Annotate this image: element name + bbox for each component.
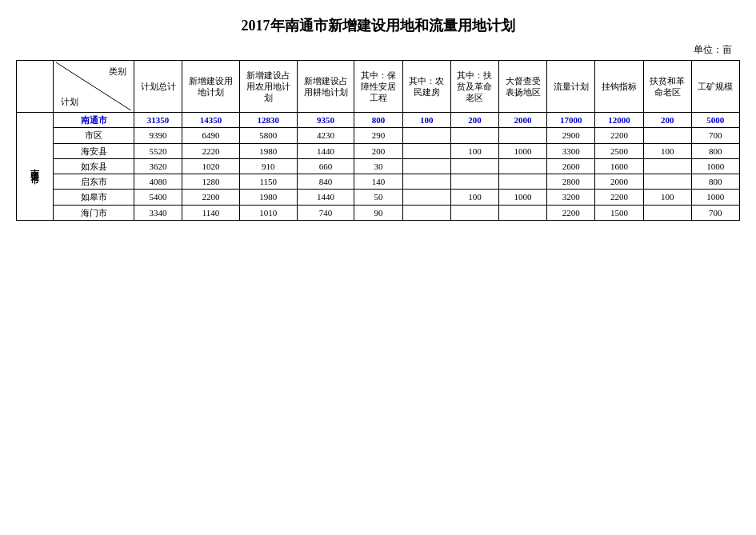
region-label-header <box>17 61 54 113</box>
data-cell: 14350 <box>182 113 240 128</box>
table-row: 市区939064905800423029029002200700 <box>17 128 740 143</box>
data-cell: 2200 <box>547 205 595 220</box>
data-cell: 2800 <box>547 174 595 190</box>
header-col-11: 工矿规模 <box>691 61 739 113</box>
data-cell: 1440 <box>297 143 354 158</box>
data-cell: 31350 <box>134 113 182 128</box>
header-col-1: 新增建设用地计划 <box>182 61 240 113</box>
data-cell <box>402 143 450 158</box>
data-cell <box>402 158 450 174</box>
data-cell: 200 <box>450 113 498 128</box>
subregion-label-header: 类别 计划 <box>54 61 134 113</box>
data-cell: 700 <box>691 128 739 143</box>
data-cell <box>643 205 691 220</box>
header-col-3: 新增建设占用耕地计划 <box>297 61 354 113</box>
data-cell: 1500 <box>595 205 643 220</box>
data-cell <box>643 174 691 190</box>
data-cell: 100 <box>402 113 450 128</box>
data-cell: 1600 <box>595 158 643 174</box>
unit-label: 单位：亩 <box>16 43 740 57</box>
table-row: 如东县3620102091066030260016001000 <box>17 158 740 174</box>
region-cell: 南通市 <box>17 113 54 221</box>
data-cell: 3300 <box>547 143 595 158</box>
data-cell: 2200 <box>182 190 240 205</box>
data-cell <box>498 205 546 220</box>
subregion-name: 海门市 <box>54 205 134 220</box>
header-row: 类别 计划 计划总计 新增建设用地计划 新增建设占用农用地计划 新增建设占用耕地… <box>17 61 740 113</box>
data-cell <box>402 205 450 220</box>
data-cell: 4080 <box>134 174 182 190</box>
subregion-name: 如皋市 <box>54 190 134 205</box>
data-cell: 50 <box>354 190 402 205</box>
data-cell: 12830 <box>239 113 297 128</box>
data-cell: 6490 <box>182 128 240 143</box>
data-cell: 2200 <box>595 190 643 205</box>
data-cell <box>450 205 498 220</box>
diagonal-bottom: 计划 <box>61 96 78 107</box>
data-cell: 1010 <box>239 205 297 220</box>
data-cell <box>643 158 691 174</box>
subregion-name: 如东县 <box>54 158 134 174</box>
data-cell <box>498 174 546 190</box>
data-cell: 100 <box>450 190 498 205</box>
data-cell: 2220 <box>182 143 240 158</box>
data-cell: 700 <box>691 205 739 220</box>
data-cell: 3200 <box>547 190 595 205</box>
table-row: 启东市40801280115084014028002000800 <box>17 174 740 190</box>
header-col-9: 挂钩指标 <box>595 61 643 113</box>
data-cell: 100 <box>643 190 691 205</box>
header-col-10: 扶贫和革命老区 <box>643 61 691 113</box>
data-cell: 660 <box>297 158 354 174</box>
data-cell: 140 <box>354 174 402 190</box>
data-cell: 3620 <box>134 158 182 174</box>
data-cell: 1140 <box>182 205 240 220</box>
data-cell: 30 <box>354 158 402 174</box>
header-col-7: 大督查受表扬地区 <box>498 61 546 113</box>
subregion-name: 市区 <box>54 128 134 143</box>
data-cell: 5800 <box>239 128 297 143</box>
subregion-name: 启东市 <box>54 174 134 190</box>
data-cell: 9350 <box>297 113 354 128</box>
table-row: 海门市3340114010107409022001500700 <box>17 205 740 220</box>
table-row: 如皋市5400220019801440501001000320022001001… <box>17 190 740 205</box>
data-cell: 9390 <box>134 128 182 143</box>
data-cell: 1000 <box>498 143 546 158</box>
data-cell: 1000 <box>691 158 739 174</box>
data-cell: 2900 <box>547 128 595 143</box>
data-cell: 12000 <box>595 113 643 128</box>
data-cell: 1020 <box>182 158 240 174</box>
data-cell: 200 <box>643 113 691 128</box>
table-row: 海安县5520222019801440200100100033002500100… <box>17 143 740 158</box>
data-cell <box>402 128 450 143</box>
diagonal-top: 类别 <box>109 66 126 77</box>
data-cell: 5400 <box>134 190 182 205</box>
data-cell: 200 <box>354 143 402 158</box>
main-table: 类别 计划 计划总计 新增建设用地计划 新增建设占用农用地计划 新增建设占用耕地… <box>16 60 740 221</box>
data-cell: 840 <box>297 174 354 190</box>
data-cell <box>450 158 498 174</box>
data-cell: 100 <box>450 143 498 158</box>
data-cell: 2600 <box>547 158 595 174</box>
data-cell <box>498 128 546 143</box>
data-cell <box>402 174 450 190</box>
data-cell: 4230 <box>297 128 354 143</box>
data-cell: 800 <box>691 143 739 158</box>
header-col-2: 新增建设占用农用地计划 <box>239 61 297 113</box>
data-cell <box>450 128 498 143</box>
table-wrapper: 类别 计划 计划总计 新增建设用地计划 新增建设占用农用地计划 新增建设占用耕地… <box>16 60 740 221</box>
data-cell: 740 <box>297 205 354 220</box>
header-col-6: 其中：扶贫及革命老区 <box>450 61 498 113</box>
data-cell: 2500 <box>595 143 643 158</box>
data-cell: 800 <box>354 113 402 128</box>
page-title: 2017年南通市新增建设用地和流量用地计划 <box>16 16 740 35</box>
data-cell: 17000 <box>547 113 595 128</box>
data-cell: 1000 <box>691 190 739 205</box>
data-cell: 910 <box>239 158 297 174</box>
subregion-name: 海安县 <box>54 143 134 158</box>
data-cell: 2000 <box>595 174 643 190</box>
data-cell: 5000 <box>691 113 739 128</box>
data-cell: 1150 <box>239 174 297 190</box>
data-cell <box>498 158 546 174</box>
data-cell: 1280 <box>182 174 240 190</box>
data-cell: 1440 <box>297 190 354 205</box>
